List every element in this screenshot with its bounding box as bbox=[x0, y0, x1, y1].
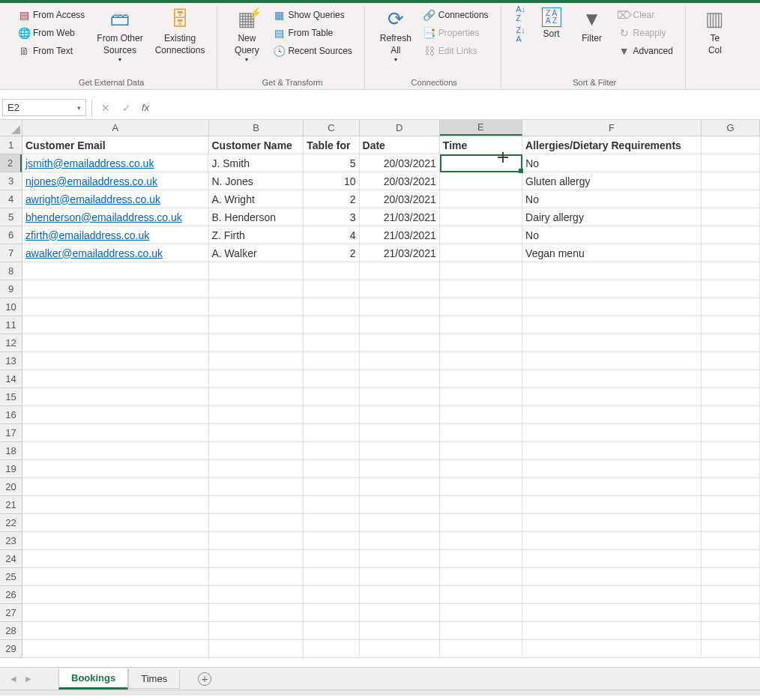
cell-G7[interactable] bbox=[702, 244, 760, 262]
cell-F9[interactable] bbox=[522, 280, 702, 298]
cell-B10[interactable] bbox=[209, 298, 304, 316]
cell-C5[interactable]: 3 bbox=[304, 208, 359, 226]
sheet-tab-times[interactable]: Times bbox=[128, 669, 180, 689]
cell-B27[interactable] bbox=[209, 604, 304, 622]
cell-E11[interactable] bbox=[440, 316, 522, 334]
row-header-4[interactable]: 4 bbox=[0, 190, 22, 208]
row-header-19[interactable]: 19 bbox=[0, 460, 22, 478]
cell-A8[interactable] bbox=[22, 262, 209, 280]
cell-A13[interactable] bbox=[22, 352, 209, 370]
cell-A21[interactable] bbox=[22, 496, 209, 514]
cell-B2[interactable]: J. Smith bbox=[208, 154, 304, 172]
row-header-22[interactable]: 22 bbox=[0, 514, 22, 532]
cell-G24[interactable] bbox=[702, 550, 760, 568]
cell-G25[interactable] bbox=[702, 568, 760, 586]
cell-F26[interactable] bbox=[522, 586, 702, 604]
row-header-10[interactable]: 10 bbox=[0, 298, 22, 316]
cell-G9[interactable] bbox=[702, 280, 760, 298]
row-header-13[interactable]: 13 bbox=[0, 352, 22, 370]
row-header-2[interactable]: 2 bbox=[0, 154, 22, 172]
col-header-D[interactable]: D bbox=[360, 120, 440, 136]
cell-G8[interactable] bbox=[702, 262, 760, 280]
cell-D27[interactable] bbox=[360, 604, 440, 622]
cell-B23[interactable] bbox=[209, 532, 304, 550]
col-header-E[interactable]: E bbox=[440, 120, 522, 136]
cell-G6[interactable] bbox=[702, 226, 760, 244]
row-header-11[interactable]: 11 bbox=[0, 316, 22, 334]
row-header-8[interactable]: 8 bbox=[0, 262, 22, 280]
cell-E16[interactable] bbox=[440, 406, 522, 424]
cell-E20[interactable] bbox=[440, 478, 522, 496]
cell-G17[interactable] bbox=[702, 424, 760, 442]
cell-E12[interactable] bbox=[440, 334, 522, 352]
cell-B29[interactable] bbox=[209, 640, 304, 658]
cell-E6[interactable] bbox=[440, 226, 522, 244]
cell-F1[interactable]: Allergies/Dietary Requirements bbox=[522, 136, 702, 154]
cell-C14[interactable] bbox=[304, 370, 359, 388]
cell-F27[interactable] bbox=[522, 604, 702, 622]
row-header-12[interactable]: 12 bbox=[0, 334, 22, 352]
existing-connections-button[interactable]: 🗄 Existing Connections bbox=[151, 6, 210, 58]
cell-G3[interactable] bbox=[702, 172, 760, 190]
cell-A24[interactable] bbox=[22, 550, 209, 568]
recent-sources-button[interactable]: 🕓 Recent Sources bbox=[268, 42, 356, 60]
cell-A17[interactable] bbox=[22, 424, 209, 442]
from-other-sources-button[interactable]: 🗃 From Other Sources ▾ bbox=[92, 6, 147, 66]
cell-B13[interactable] bbox=[209, 352, 304, 370]
cell-C12[interactable] bbox=[304, 334, 359, 352]
cell-E13[interactable] bbox=[440, 352, 522, 370]
col-header-A[interactable]: A bbox=[22, 120, 209, 136]
row-header-17[interactable]: 17 bbox=[0, 424, 22, 442]
cell-D22[interactable] bbox=[360, 514, 440, 532]
select-all-cells[interactable] bbox=[0, 120, 22, 136]
cell-D23[interactable] bbox=[360, 532, 440, 550]
cell-B20[interactable] bbox=[209, 478, 304, 496]
cell-E2[interactable] bbox=[440, 154, 522, 172]
refresh-all-button[interactable]: ⟳ Refresh All ▾ bbox=[376, 6, 416, 66]
cell-E24[interactable] bbox=[440, 550, 522, 568]
cell-A18[interactable] bbox=[22, 442, 209, 460]
cell-A5[interactable]: bhenderson@emailaddress.co.uk bbox=[22, 208, 209, 226]
cell-A2[interactable]: jsmith@emailaddress.co.uk bbox=[22, 154, 208, 172]
cell-C18[interactable] bbox=[304, 442, 359, 460]
cell-E29[interactable] bbox=[440, 640, 522, 658]
cell-G2[interactable] bbox=[702, 154, 760, 172]
row-header-5[interactable]: 5 bbox=[0, 208, 22, 226]
cell-B12[interactable] bbox=[209, 334, 304, 352]
cell-F5[interactable]: Dairy allergy bbox=[522, 208, 702, 226]
cell-E4[interactable] bbox=[440, 190, 522, 208]
cell-A1[interactable]: Customer Email bbox=[22, 136, 209, 154]
cell-E5[interactable] bbox=[440, 208, 522, 226]
row-header-3[interactable]: 3 bbox=[0, 172, 22, 190]
row-header-16[interactable]: 16 bbox=[0, 406, 22, 424]
connections-button[interactable]: 🔗 Connections bbox=[419, 6, 493, 24]
cell-E23[interactable] bbox=[440, 532, 522, 550]
cell-G5[interactable] bbox=[702, 208, 760, 226]
cell-E1[interactable]: Time bbox=[440, 136, 522, 154]
cell-E21[interactable] bbox=[440, 496, 522, 514]
cell-D11[interactable] bbox=[360, 316, 440, 334]
cell-G1[interactable] bbox=[702, 136, 760, 154]
cell-D24[interactable] bbox=[360, 550, 440, 568]
cell-E9[interactable] bbox=[440, 280, 522, 298]
cell-F2[interactable]: No bbox=[522, 154, 702, 172]
cell-E22[interactable] bbox=[440, 514, 522, 532]
cell-G20[interactable] bbox=[702, 478, 760, 496]
cell-B4[interactable]: A. Wright bbox=[209, 190, 304, 208]
cell-D14[interactable] bbox=[360, 370, 440, 388]
cell-D12[interactable] bbox=[360, 334, 440, 352]
cell-A25[interactable] bbox=[22, 568, 209, 586]
row-header-21[interactable]: 21 bbox=[0, 496, 22, 514]
cell-D10[interactable] bbox=[360, 298, 440, 316]
cell-C7[interactable]: 2 bbox=[304, 244, 359, 262]
cell-C20[interactable] bbox=[304, 478, 359, 496]
cell-D17[interactable] bbox=[360, 424, 440, 442]
cell-D8[interactable] bbox=[360, 262, 440, 280]
cell-E26[interactable] bbox=[440, 586, 522, 604]
cell-E17[interactable] bbox=[440, 424, 522, 442]
cell-B15[interactable] bbox=[209, 388, 304, 406]
cell-A12[interactable] bbox=[22, 334, 209, 352]
cell-B28[interactable] bbox=[209, 622, 304, 640]
cell-C21[interactable] bbox=[304, 496, 359, 514]
row-header-23[interactable]: 23 bbox=[0, 532, 22, 550]
